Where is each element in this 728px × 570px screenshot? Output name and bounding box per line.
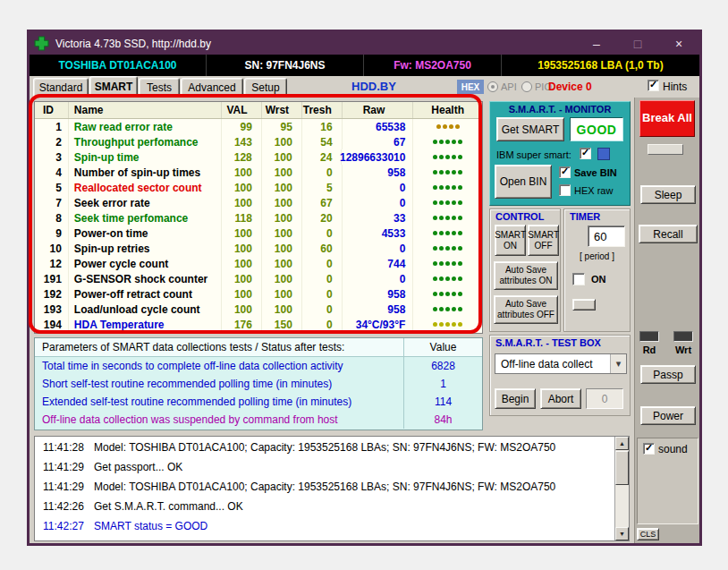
ibm-extra-box[interactable]	[597, 148, 610, 160]
smart-table-row[interactable]: 2 Throughput perfomance 143 100 54 67	[35, 134, 482, 149]
health-dot	[458, 246, 462, 251]
auto-save-attributes-off-button[interactable]: Auto Save attributes OFF	[494, 295, 558, 324]
begin-button[interactable]: Begin	[495, 388, 536, 409]
rd-label: Rd	[639, 345, 660, 355]
health-dot	[449, 124, 453, 129]
health-dot	[445, 216, 450, 220]
maximize-button[interactable]: □	[617, 32, 658, 55]
auto-save-attributes-on-button[interactable]: Auto Save attributes ON	[494, 261, 558, 290]
log-scrollbar[interactable]	[614, 437, 629, 540]
log-panel[interactable]: 11:41:28 Model: TOSHIBA DT01ACA100; Capa…	[34, 436, 630, 541]
device-serial: SN: 97FN4J6NS	[206, 55, 363, 76]
tab-advanced[interactable]: Advanced	[181, 78, 243, 98]
smart-table-row[interactable]: 3 Spin-up time 128 100 24 12896633010	[35, 149, 482, 165]
break-all-button[interactable]: Break All	[639, 100, 695, 137]
tab-setup[interactable]: Setup	[244, 78, 287, 98]
smart-table-row[interactable]: 192 Power-off retract count 100 100 0 95…	[35, 286, 482, 302]
save-bin-checkbox[interactable]	[559, 166, 571, 178]
cls-button[interactable]: CLS	[637, 528, 659, 540]
smart-table-body: 1 Raw read error rate 99 95 16 65538 2 T…	[35, 119, 482, 332]
cell-raw: 0	[343, 271, 414, 286]
smart-table-row[interactable]: 194 HDA Temperature 176 150 0 34°C/93°F	[35, 317, 482, 332]
ibm-super-smart-checkbox[interactable]	[580, 148, 591, 159]
cell-tresh: 0	[302, 256, 343, 271]
smart-table-row[interactable]: 12 Power cycle count 100 100 0 744	[35, 256, 482, 271]
health-dot	[458, 322, 462, 327]
health-dot	[458, 261, 462, 266]
main-content: ID Name VAL Wrst Tresh Raw Health 1 Raw …	[30, 98, 699, 543]
cell-tresh: 24	[302, 149, 343, 165]
health-dot	[458, 216, 462, 220]
get-smart-button[interactable]: Get SMART	[496, 117, 564, 141]
cell-tresh: 20	[302, 210, 343, 225]
cell-raw: 12896633010	[342, 149, 413, 165]
cell-name: Power-on time	[69, 225, 222, 241]
smart-table-row[interactable]: 191 G-SENSOR shock counter 100 100 0 0	[35, 271, 482, 286]
header-raw: Raw	[343, 102, 414, 118]
health-dot	[458, 170, 462, 174]
cell-id: 8	[35, 210, 69, 225]
health-dot	[452, 216, 456, 220]
log-message: Get S.M.A.R.T. command... OK	[85, 500, 243, 513]
smart-table-row[interactable]: 5 Reallocated sector count 100 100 5 0	[35, 180, 482, 195]
api-radio[interactable]	[487, 81, 498, 92]
cell-id: 12	[35, 256, 69, 271]
scrollbar-thumb[interactable]	[615, 451, 629, 485]
smart-table-row[interactable]: 1 Raw read error rate 99 95 16 65538	[35, 119, 482, 134]
health-dot	[433, 155, 437, 159]
smart-table-row[interactable]: 8 Seek time perfomance 118 100 20 33	[35, 210, 482, 225]
health-dot	[439, 155, 444, 159]
smart-table-row[interactable]: 193 Load/unload cycle count 100 100 0 95…	[35, 302, 482, 317]
cell-id: 4	[35, 165, 69, 180]
device-model: TOSHIBA DT01ACA100	[30, 55, 206, 76]
health-dot	[439, 140, 444, 144]
health-cell	[413, 225, 482, 241]
passport-button[interactable]: Passp	[640, 365, 696, 384]
health-dot	[439, 216, 444, 220]
smart-on-button[interactable]: SMART ON	[495, 225, 526, 256]
tab-tests[interactable]: Tests	[139, 78, 180, 98]
cell-raw: 0	[343, 195, 414, 210]
hex-button[interactable]: HEX	[457, 80, 484, 94]
cell-wrst: 150	[262, 317, 302, 332]
health-dot	[452, 307, 456, 311]
cell-raw: 33	[343, 210, 414, 225]
pio-radio[interactable]	[521, 81, 532, 92]
sound-checkbox[interactable]	[643, 443, 655, 455]
smart-table-row[interactable]: 10 Spin-up retries 100 100 60 0	[35, 241, 482, 256]
abort-button[interactable]: Abort	[540, 388, 581, 409]
hex-raw-checkbox[interactable]	[559, 184, 571, 196]
cell-wrst: 100	[262, 134, 302, 149]
cell-name: Power-off retract count	[69, 286, 222, 302]
health-dot	[439, 307, 444, 311]
health-dot	[458, 307, 462, 311]
test-type-dropdown[interactable]: Off-line data collect	[495, 353, 627, 374]
minimize-button[interactable]: –	[576, 32, 617, 55]
health-dot	[433, 200, 437, 205]
smart-table-row[interactable]: 4 Number of spin-up times 100 100 0 958	[35, 165, 482, 180]
health-cell	[413, 286, 482, 302]
timer-on-checkbox[interactable]	[572, 273, 585, 285]
health-dot	[458, 185, 462, 190]
hints-checkbox[interactable]	[648, 80, 659, 91]
scroll-down-icon[interactable]	[615, 527, 629, 540]
sleep-button[interactable]: Sleep	[640, 185, 696, 204]
health-dot	[452, 200, 456, 205]
timer-period-input[interactable]: 60	[588, 225, 625, 247]
tab-standard[interactable]: Standard	[33, 78, 89, 98]
open-bin-button[interactable]: Open BIN	[495, 165, 552, 199]
power-button[interactable]: Power	[640, 406, 696, 425]
app-window: Victoria 4.73b SSD, http://hdd.by – □ × …	[27, 30, 702, 546]
parameter-value: 6828	[403, 357, 482, 375]
recall-button[interactable]: Recall	[639, 225, 698, 243]
hdd-by-link[interactable]: HDD.BY	[351, 80, 396, 93]
smart-off-button[interactable]: SMART OFF	[528, 225, 559, 256]
parameter-text: Total time in seconds to complete off-li…	[35, 357, 403, 375]
smart-table-row[interactable]: 7 Seek error rate 100 100 67 0	[35, 195, 482, 210]
smart-table-row[interactable]: 9 Power-on time 100 100 0 4533	[35, 225, 482, 241]
health-cell	[413, 210, 482, 225]
tab-smart[interactable]: SMART	[89, 76, 138, 98]
close-button[interactable]: ×	[658, 32, 699, 55]
scroll-up-icon[interactable]	[615, 437, 629, 450]
cell-raw: 67	[343, 134, 414, 149]
